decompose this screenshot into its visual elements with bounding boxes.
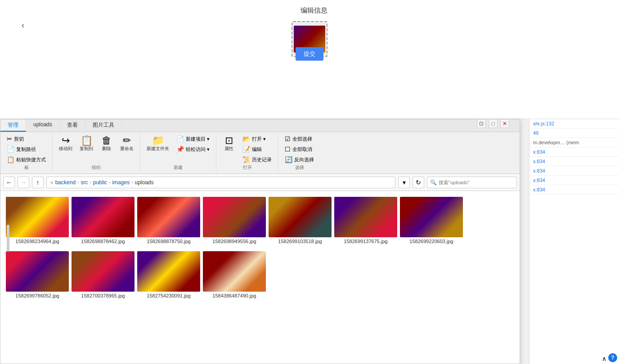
search-input[interactable] xyxy=(439,180,514,185)
breadcrumb-images[interactable]: images xyxy=(112,179,130,186)
deselect-icon: ☐ xyxy=(285,146,291,153)
easy-access-label: 轻松访问 ▾ xyxy=(186,146,210,153)
nav-up-button[interactable]: ↑ xyxy=(32,177,44,188)
file-thumbnail xyxy=(203,197,266,237)
new-folder-label: 新建文件夹 xyxy=(147,146,169,152)
file-name: 1582698234964.jpg xyxy=(15,239,59,244)
copy-path-label: 复制路径 xyxy=(16,146,36,153)
file-name: 1582699103518.jpg xyxy=(278,239,322,244)
open-button[interactable]: 📂 打开 ▾ xyxy=(240,134,274,144)
new-item-button[interactable]: 📄 新建项目 ▾ xyxy=(174,134,212,144)
copy-path-icon: 📄 xyxy=(7,146,14,153)
new-folder-btn[interactable]: 📁 新建文件夹 xyxy=(144,134,172,154)
list-item[interactable]: 1582698234964.jpg xyxy=(6,195,69,246)
list-item[interactable]: 1582700378965.jpg xyxy=(72,249,135,301)
cut-label: 剪切 xyxy=(14,136,24,142)
file-thumbnail xyxy=(203,251,266,292)
invert-icon: 🔄 xyxy=(285,156,292,163)
devtools-side-panel: ter.js:1 xhr.js:132 49 m.developm… (mem … xyxy=(529,110,619,364)
ribbon-tab-uploads[interactable]: uploads xyxy=(26,120,60,132)
delete-button[interactable]: 🗑 删除 xyxy=(98,134,116,154)
file-name: 1582699220603.jpg xyxy=(409,239,453,244)
cut-button[interactable]: ✂ 剪切 xyxy=(4,134,49,144)
new-folder-icon: 📁 xyxy=(152,136,164,146)
breadcrumb-dropdown-button[interactable]: ▾ xyxy=(398,177,410,188)
list-item[interactable]: 1582698878462.jpg xyxy=(72,195,135,246)
properties-label: 属性 xyxy=(224,146,233,152)
file-name: 1582699137675.jpg xyxy=(344,239,387,244)
paste-icon: 📋 xyxy=(7,156,14,163)
panel-close-button[interactable]: ✕ xyxy=(500,119,509,128)
delete-label: 删除 xyxy=(102,146,111,152)
select-all-button[interactable]: ☑ 全部选择 xyxy=(282,134,317,144)
clipboard-label: 板 xyxy=(24,164,29,172)
list-item[interactable]: 1582699103518.jpg xyxy=(269,195,332,246)
list-item[interactable]: 1582698949556.jpg xyxy=(203,195,266,246)
panel-move-button[interactable]: ⊡ xyxy=(477,119,486,128)
file-thumbnail xyxy=(6,197,69,237)
file-thumbnail xyxy=(72,197,135,237)
side-panel-row-2[interactable]: xhr.js:132 xyxy=(529,119,619,129)
rename-button[interactable]: ✏ 重命名 xyxy=(117,134,136,154)
ribbon-tab-view[interactable]: 查看 xyxy=(60,120,85,132)
breadcrumb-public[interactable]: public xyxy=(93,179,107,186)
paste-shortcut-button[interactable]: 📋 粘贴快捷方式 xyxy=(4,155,49,164)
list-item[interactable]: 1582698878750.jpg xyxy=(137,195,200,246)
properties-button[interactable]: ⊡ 属性 xyxy=(220,134,238,154)
organize-label: 组织 xyxy=(92,164,101,172)
collapse-button[interactable]: ∧ xyxy=(602,355,606,362)
side-panel-row-8[interactable]: x:834 xyxy=(529,176,619,185)
copy-path-button[interactable]: 📄 复制路径 xyxy=(4,144,49,154)
file-grid: 1582698234964.jpg 1582698878462.jpg 1582… xyxy=(0,191,520,364)
side-panel-row-5[interactable]: x:834 xyxy=(529,147,619,157)
invert-label: 反向选择 xyxy=(294,156,314,163)
side-panel-row-9[interactable]: x:834 xyxy=(529,185,619,195)
ribbon-group-select: ☑ 全部选择 ☐ 全部取消 🔄 反向选择 选择 xyxy=(282,134,320,172)
file-thumbnail xyxy=(137,251,200,292)
breadcrumb-uploads: uploads xyxy=(135,179,153,186)
ribbon-tabs: 管理 uploads 查看 图片工具 xyxy=(0,120,520,132)
invert-selection-button[interactable]: 🔄 反向选择 xyxy=(282,155,317,164)
side-panel-row-7[interactable]: x:834 xyxy=(529,166,619,176)
copy-to-button[interactable]: 📋 复制到 xyxy=(77,134,96,154)
breadcrumb-src[interactable]: src xyxy=(81,179,88,186)
list-item[interactable]: 1582699137675.jpg xyxy=(334,195,397,246)
open-label: 打开 xyxy=(243,164,252,172)
nav-forward-button[interactable]: → xyxy=(18,177,29,188)
select-all-icon: ☑ xyxy=(285,135,291,142)
side-panel-row-4[interactable]: m.developm… (mem xyxy=(529,138,619,147)
ribbon-tab-manage[interactable]: 管理 xyxy=(0,120,26,132)
breadcrumb-backend[interactable]: backend xyxy=(55,179,76,186)
move-to-button[interactable]: ↪ 移动到 xyxy=(56,134,75,154)
panel-controls: ⊡ □ ✕ xyxy=(477,119,509,128)
deselect-all-button[interactable]: ☐ 全部取消 xyxy=(282,144,317,154)
panel-maximize-button[interactable]: □ xyxy=(489,119,498,128)
history-button[interactable]: 📜 历史记录 xyxy=(240,155,274,164)
nav-back-button[interactable]: ← xyxy=(3,177,15,188)
edit-file-icon: 📝 xyxy=(242,146,250,153)
list-item[interactable]: 1582699220603.jpg xyxy=(400,195,463,246)
copy-to-icon: 📋 xyxy=(81,136,93,146)
explorer-window: 管理 uploads 查看 图片工具 ✂ 剪切 📄 复制路径 xyxy=(0,119,520,364)
scroll-indicator[interactable] xyxy=(7,225,9,252)
list-item[interactable]: 1584386487490.jpg xyxy=(203,249,266,301)
file-thumbnail xyxy=(269,197,332,237)
edit-file-button[interactable]: 📝 编辑 xyxy=(240,144,274,154)
easy-access-button[interactable]: 📌 轻松访问 ▾ xyxy=(174,144,212,154)
side-panel-row-3[interactable]: 49 xyxy=(529,129,619,138)
submit-button[interactable]: 提交 xyxy=(296,47,323,61)
select-label: 选择 xyxy=(295,164,304,172)
list-item[interactable]: 1582754230091.jpg xyxy=(137,249,200,301)
rename-label: 重命名 xyxy=(120,146,134,152)
file-thumbnail xyxy=(137,197,200,237)
help-icon[interactable]: ? xyxy=(608,353,617,362)
file-name: 1582698878462.jpg xyxy=(81,239,125,244)
file-thumbnail xyxy=(6,251,69,292)
back-button[interactable]: ‹ xyxy=(22,21,24,30)
side-panel-row-6[interactable]: x:834 xyxy=(529,157,619,166)
rename-icon: ✏ xyxy=(123,136,131,146)
submit-btn-area: 提交 xyxy=(292,44,327,61)
refresh-button[interactable]: ↻ xyxy=(413,177,424,188)
ribbon-tab-picture-tools[interactable]: 图片工具 xyxy=(85,120,122,132)
list-item[interactable]: 1582699786052.jpg xyxy=(6,249,69,301)
